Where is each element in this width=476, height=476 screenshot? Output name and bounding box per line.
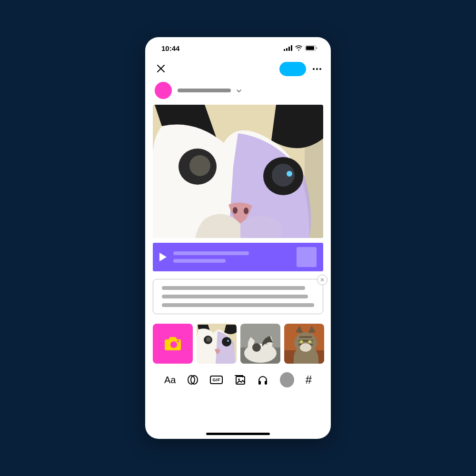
svg-point-14: [233, 207, 238, 214]
text-tool-button[interactable]: Aa: [164, 375, 176, 386]
play-icon: [159, 253, 167, 261]
cat-thumb-3: [284, 324, 324, 364]
link-icon: [187, 375, 198, 385]
svg-point-17: [177, 340, 179, 342]
gif-tool-button[interactable]: GIF: [210, 376, 223, 384]
svg-rect-38: [265, 381, 267, 385]
cat-thumb-2: [240, 324, 280, 364]
svg-point-10: [189, 155, 210, 176]
status-icons: [284, 45, 317, 51]
status-time: 10:44: [161, 44, 179, 52]
svg-point-36: [238, 378, 240, 380]
blog-selector[interactable]: [145, 82, 331, 105]
avatar: [155, 82, 172, 99]
misc-tool-button[interactable]: [280, 372, 294, 387]
photo-picker-strip: [153, 324, 323, 364]
svg-point-32: [300, 343, 311, 352]
status-bar: 10:44: [145, 37, 331, 59]
svg-point-22: [227, 340, 229, 342]
audio-tool-button[interactable]: [257, 375, 268, 385]
svg-point-30: [300, 340, 303, 343]
compose-content: ✕: [145, 105, 331, 439]
image-icon: [234, 375, 246, 385]
svg-rect-5: [306, 46, 314, 50]
svg-point-16: [170, 341, 177, 348]
svg-rect-0: [284, 49, 285, 51]
chevron-down-icon: [237, 88, 241, 93]
cat-thumb-1: [197, 324, 237, 364]
battery-icon: [305, 45, 317, 51]
image-tool-button[interactable]: [234, 375, 246, 385]
more-button[interactable]: [313, 68, 321, 70]
close-button[interactable]: [157, 64, 165, 74]
svg-rect-37: [258, 381, 261, 385]
phone-frame: 10:44: [145, 37, 331, 439]
cellular-icon: [284, 45, 292, 51]
cat-closeup-image: [153, 105, 323, 238]
audio-album-art: [297, 247, 317, 267]
compose-toolbar: Aa GIF #: [153, 364, 323, 391]
gallery-thumb-1[interactable]: [197, 324, 237, 364]
camera-icon: [164, 336, 182, 351]
gallery-thumb-2[interactable]: [240, 324, 280, 364]
headphones-icon: [257, 375, 268, 385]
audio-attachment[interactable]: [153, 243, 323, 271]
svg-rect-6: [317, 47, 317, 49]
gallery-thumb-3[interactable]: [284, 324, 324, 364]
attached-image[interactable]: [153, 105, 323, 238]
svg-point-21: [222, 337, 231, 347]
home-indicator: [206, 433, 270, 435]
svg-point-13: [287, 171, 292, 177]
svg-point-31: [308, 340, 312, 343]
svg-point-20: [206, 337, 211, 342]
caption-input[interactable]: ✕: [153, 279, 323, 314]
close-icon: [157, 64, 165, 73]
audio-meta-placeholder: [173, 251, 290, 263]
wifi-icon: [295, 45, 303, 51]
post-button[interactable]: [279, 62, 306, 76]
caption-remove-button[interactable]: ✕: [317, 275, 327, 285]
svg-point-26: [252, 343, 261, 352]
compose-header: [145, 59, 331, 82]
svg-rect-2: [288, 47, 290, 51]
open-camera-button[interactable]: [153, 324, 193, 364]
svg-point-15: [244, 208, 248, 214]
link-tool-button[interactable]: [187, 375, 198, 385]
svg-rect-3: [291, 45, 292, 51]
tag-tool-button[interactable]: #: [306, 373, 312, 387]
blog-name-placeholder: [178, 89, 231, 92]
svg-rect-1: [286, 48, 288, 51]
